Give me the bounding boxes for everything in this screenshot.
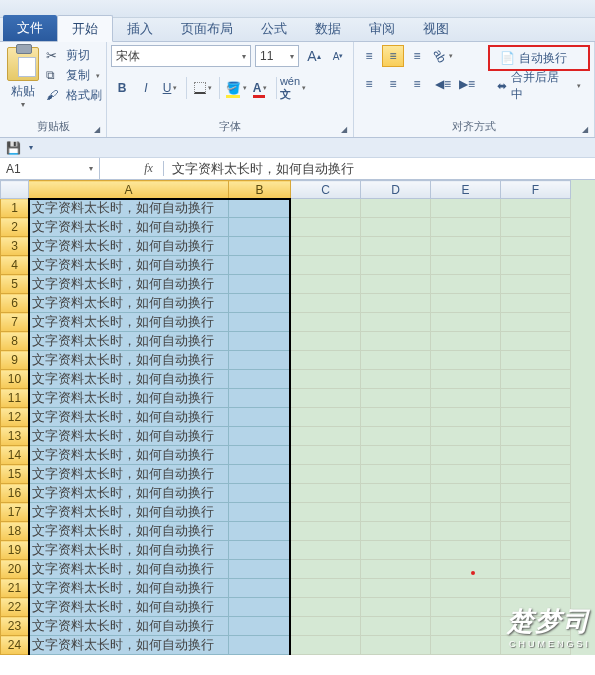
cell[interactable] — [501, 427, 571, 446]
cell[interactable] — [361, 370, 431, 389]
cell[interactable] — [431, 541, 501, 560]
cell[interactable] — [291, 655, 361, 656]
cell[interactable] — [361, 617, 431, 636]
align-right-button[interactable]: ≡ — [406, 73, 428, 95]
col-header-A[interactable]: A — [29, 181, 229, 199]
cell[interactable] — [291, 370, 361, 389]
bold-button[interactable]: B — [111, 77, 133, 99]
cell[interactable] — [291, 598, 361, 617]
row-header[interactable]: 24 — [1, 636, 29, 655]
tab-insert[interactable]: 插入 — [113, 16, 167, 41]
name-box[interactable]: A1▾ — [0, 158, 100, 179]
cell[interactable] — [291, 484, 361, 503]
align-center-button[interactable]: ≡ — [382, 73, 404, 95]
cell[interactable] — [229, 370, 291, 389]
select-all-corner[interactable] — [1, 181, 29, 199]
cell[interactable]: 文字资料太长时，如何自动换行 — [29, 579, 229, 598]
cell[interactable] — [229, 218, 291, 237]
cell[interactable] — [361, 503, 431, 522]
cell[interactable] — [431, 275, 501, 294]
cell[interactable] — [291, 389, 361, 408]
cell[interactable] — [291, 427, 361, 446]
cell[interactable] — [501, 484, 571, 503]
cell[interactable] — [431, 598, 501, 617]
cell[interactable]: 文字资料太长时，如何自动换行 — [29, 560, 229, 579]
cell[interactable] — [229, 541, 291, 560]
cell[interactable] — [229, 560, 291, 579]
cell[interactable] — [361, 465, 431, 484]
cell[interactable] — [229, 579, 291, 598]
cell[interactable] — [229, 256, 291, 275]
cut-button[interactable]: 剪切 — [46, 47, 102, 64]
row-header[interactable]: 6 — [1, 294, 29, 313]
cell[interactable] — [291, 351, 361, 370]
phonetic-button[interactable]: wén文▾ — [282, 77, 304, 99]
row-header[interactable]: 16 — [1, 484, 29, 503]
cell[interactable] — [361, 522, 431, 541]
cell[interactable] — [361, 218, 431, 237]
cell[interactable]: 文字资料太长时，如何自动换行 — [29, 199, 229, 218]
cell[interactable] — [501, 522, 571, 541]
cell[interactable] — [501, 560, 571, 579]
cell[interactable] — [229, 332, 291, 351]
cell[interactable] — [291, 560, 361, 579]
cell[interactable] — [229, 484, 291, 503]
row-header[interactable]: 9 — [1, 351, 29, 370]
cell[interactable] — [291, 332, 361, 351]
cell[interactable] — [361, 408, 431, 427]
cell[interactable] — [431, 579, 501, 598]
format-painter-button[interactable]: 格式刷 — [46, 87, 102, 104]
cell[interactable] — [229, 522, 291, 541]
cell[interactable] — [229, 408, 291, 427]
cell[interactable] — [361, 313, 431, 332]
cell[interactable] — [361, 332, 431, 351]
row-header[interactable]: 15 — [1, 465, 29, 484]
cell[interactable] — [229, 503, 291, 522]
cell[interactable] — [361, 275, 431, 294]
row-header[interactable]: 3 — [1, 237, 29, 256]
cell[interactable] — [501, 275, 571, 294]
cell[interactable]: 文字资料太长时，如何自动换行 — [29, 636, 229, 655]
cell[interactable] — [291, 313, 361, 332]
cell[interactable] — [229, 427, 291, 446]
cell[interactable] — [229, 598, 291, 617]
cell[interactable] — [431, 560, 501, 579]
cell[interactable] — [361, 655, 431, 656]
tab-data[interactable]: 数据 — [301, 16, 355, 41]
cell[interactable] — [501, 199, 571, 218]
cell[interactable]: 文字资料太长时，如何自动换行 — [29, 313, 229, 332]
cell[interactable] — [291, 408, 361, 427]
cell[interactable] — [431, 218, 501, 237]
cell[interactable]: 文字资料太长时，如何自动换行 — [29, 256, 229, 275]
cell[interactable] — [229, 655, 291, 656]
underline-button[interactable]: U▾ — [159, 77, 181, 99]
cell[interactable] — [361, 579, 431, 598]
cell[interactable] — [431, 313, 501, 332]
row-header[interactable]: 18 — [1, 522, 29, 541]
cell[interactable] — [291, 522, 361, 541]
cell[interactable] — [291, 465, 361, 484]
tab-view[interactable]: 视图 — [409, 16, 463, 41]
cell[interactable] — [361, 446, 431, 465]
merge-center-button[interactable]: ⬌合并后居中▾ — [488, 75, 590, 97]
cell[interactable] — [229, 237, 291, 256]
cell[interactable] — [431, 446, 501, 465]
row-header[interactable]: 21 — [1, 579, 29, 598]
cell[interactable]: 文字资料太长时，如何自动换行 — [29, 275, 229, 294]
wrap-text-button[interactable]: 📄自动换行 — [488, 45, 590, 71]
cell[interactable] — [229, 313, 291, 332]
cell[interactable] — [431, 465, 501, 484]
cell[interactable] — [501, 351, 571, 370]
cell[interactable] — [431, 351, 501, 370]
cell[interactable] — [431, 389, 501, 408]
cell[interactable] — [431, 617, 501, 636]
fx-button[interactable]: fx — [140, 161, 164, 176]
cell[interactable]: 文字资料太长时，如何自动换行 — [29, 503, 229, 522]
formula-input[interactable]: 文字资料太长时，如何自动换行 — [164, 160, 595, 178]
cell[interactable] — [229, 389, 291, 408]
tab-review[interactable]: 审阅 — [355, 16, 409, 41]
cell[interactable] — [431, 199, 501, 218]
col-header-E[interactable]: E — [431, 181, 501, 199]
border-button[interactable]: ▾ — [192, 77, 214, 99]
align-bottom-button[interactable]: ≡ — [406, 45, 428, 67]
